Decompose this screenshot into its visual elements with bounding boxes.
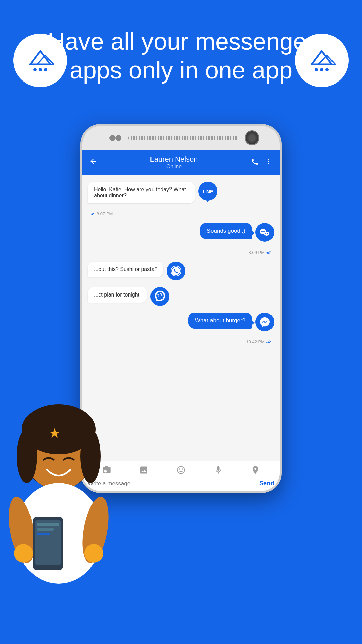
svg-point-9 [267,233,268,234]
character-figure: ★ [0,389,131,624]
whatsapp-icon [170,265,182,277]
wechat-app-badge [255,223,274,242]
phone-top-bar [82,126,280,150]
svg-point-7 [264,232,269,236]
double-tick-2 [266,251,272,255]
timestamp-2: 8.09 PM [88,250,274,255]
speaker-dot-1 [109,135,115,141]
back-button[interactable] [89,157,97,168]
message-text-5: What about burger? [195,317,245,324]
message-text-3: ...out this? Sushi or pasta? [94,266,157,272]
message-row-5: What about burger? [88,313,274,331]
message-text-4: ...ct plan for tonight! [94,292,141,298]
app-icon-left [13,34,67,87]
message-bubble-sent-5: What about burger? [188,313,252,329]
svg-rect-29 [37,533,50,535]
contact-info: Lauren Nelson Online [103,155,245,170]
message-bubble-received-1: Hello, Katie. How are you today? What ab… [88,182,195,203]
contact-name: Lauren Nelson [103,155,245,164]
send-button[interactable]: Send [259,480,274,487]
viber-app-badge [150,287,169,306]
header-title: Have all your messenger apps only in one… [20,27,342,85]
more-options-button[interactable] [265,158,273,167]
svg-point-23 [14,544,33,563]
brand-dots-left [33,68,47,71]
speaker-grille [128,136,238,140]
wechat-icon [259,226,271,238]
sent-wrapper-2: Sounds good :) [200,223,252,239]
speaker-dot-2 [115,135,121,141]
mountain-icon-right [307,49,337,66]
message-row-3: ...out this? Sushi or pasta? [88,262,274,280]
message-text-1: Hello, Katie. How are you today? What ab… [94,186,186,198]
message-bubble-received-3: ...out this? Sushi or pasta? [88,262,163,277]
character-svg: ★ [0,389,131,624]
message-text-2: Sounds good :) [207,228,245,234]
message-bubble-received-4: ...ct plan for tonight! [88,287,147,303]
svg-point-16 [17,429,37,483]
app-icon-right [295,34,349,87]
phone-camera [245,130,259,145]
line-app-badge: LINE [198,182,217,201]
header-actions [251,158,273,167]
sent-wrapper-5: What about burger? [188,313,252,329]
whatsapp-app-badge [167,262,185,280]
svg-point-6 [263,231,265,232]
line-label: LINE [203,189,213,194]
svg-rect-26 [35,520,61,565]
svg-point-8 [265,233,266,234]
svg-point-5 [261,231,263,232]
emoji-button[interactable] [176,465,186,476]
svg-text:★: ★ [49,426,61,440]
contact-status: Online [103,164,245,170]
chat-header: Lauren Nelson Online [82,150,280,175]
svg-rect-27 [37,523,59,526]
mountain-icon-left [25,49,55,66]
message-row-4: ...ct plan for tonight! [88,287,274,306]
brand-dots-right [315,68,329,71]
messenger-icon [259,316,271,328]
mic-button[interactable] [214,465,223,476]
viber-icon [154,290,166,303]
time-5: 10.42 PM [246,339,265,344]
svg-point-17 [80,429,101,483]
message-row-1: Hello, Katie. How are you today? What ab… [88,182,274,203]
call-button[interactable] [251,158,259,167]
gallery-button[interactable] [139,465,148,476]
message-row-2: Sounds good :) [88,223,274,242]
location-button[interactable] [251,465,260,476]
double-tick-5 [266,340,272,344]
svg-rect-28 [37,528,54,531]
time-1: 8.07 PM [97,211,113,216]
timestamp-5: 10.42 PM [88,339,274,344]
time-2: 8.09 PM [249,250,265,255]
timestamp-1: 8.07 PM [88,211,274,216]
messenger-app-badge [255,313,274,331]
message-bubble-sent-2: Sounds good :) [200,223,252,239]
svg-point-24 [84,544,103,563]
